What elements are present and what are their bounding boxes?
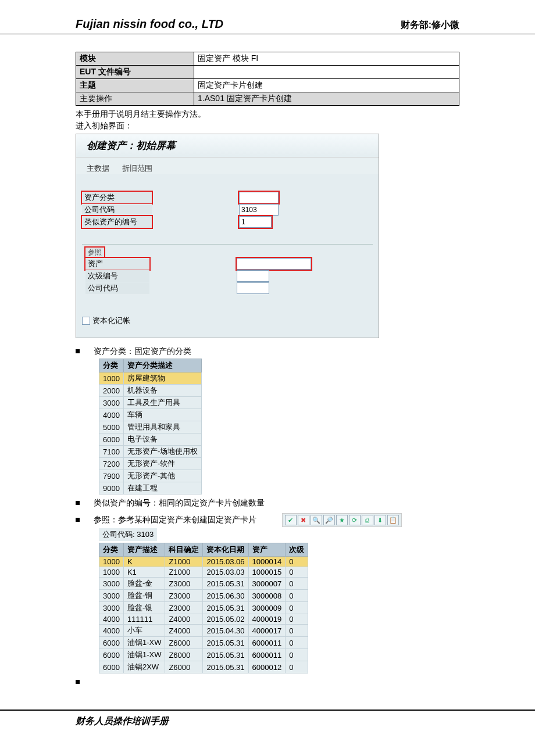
table-cell: 油锅1-XW bbox=[123, 649, 165, 661]
table-cell: 0 bbox=[286, 637, 308, 649]
ref-company-label: 公司代码 bbox=[85, 282, 149, 294]
table-cell: 7900 bbox=[99, 470, 124, 482]
table-cell: Z3000 bbox=[165, 602, 203, 614]
bullet-icon bbox=[76, 518, 80, 522]
print-icon[interactable]: ⎙ bbox=[362, 515, 373, 525]
subject-label: 主题 bbox=[76, 79, 194, 92]
table-cell: 3000 bbox=[99, 578, 124, 590]
table-cell: 车辆 bbox=[123, 409, 201, 421]
intro-line-1: 本手册用于说明月结主要操作方法。 bbox=[76, 109, 459, 120]
clipboard-icon[interactable]: 📋 bbox=[387, 515, 399, 525]
table-cell: 0 bbox=[286, 661, 308, 673]
check-icon[interactable]: ✔ bbox=[285, 515, 297, 525]
table-cell: 6000012 bbox=[248, 661, 286, 673]
asset-col-class: 分类 bbox=[99, 543, 124, 557]
table-cell: 1000 bbox=[99, 557, 124, 567]
eut-label: EUT 文件编号 bbox=[76, 66, 194, 79]
table-cell: 2015.04.30 bbox=[203, 625, 248, 637]
table-cell: 6000 bbox=[99, 661, 124, 673]
table-cell: 机器设备 bbox=[123, 385, 201, 397]
table-cell: 2015.05.31 bbox=[203, 578, 248, 590]
similar-asset-input[interactable] bbox=[239, 216, 272, 228]
table-cell: 房屋建筑物 bbox=[123, 372, 201, 385]
table-cell: 3000 bbox=[99, 602, 124, 614]
bullet-asset-class: 资产分类：固定资产的分类 bbox=[94, 346, 191, 356]
table-cell: 油锅1-XW bbox=[123, 637, 165, 649]
table-cell: 无形资产-其他 bbox=[123, 470, 201, 482]
table-cell: 2015.05.31 bbox=[203, 637, 248, 649]
asset-col-acct: 科目确定 bbox=[165, 543, 203, 557]
ref-subno-input[interactable] bbox=[237, 270, 269, 282]
table-cell: 0 bbox=[286, 649, 308, 661]
company-code-input[interactable] bbox=[239, 204, 279, 216]
asset-col-desc: 资产描述 bbox=[123, 543, 165, 557]
table-cell: 0 bbox=[286, 625, 308, 637]
asset-class-input[interactable] bbox=[239, 192, 279, 203]
search-plus-icon[interactable]: 🔎 bbox=[323, 515, 335, 525]
table-cell: 2015.05.02 bbox=[203, 614, 248, 625]
table-cell: 1000014 bbox=[248, 557, 286, 567]
capitalize-label: 资本化记帐 bbox=[92, 316, 130, 326]
table-cell: 4000 bbox=[99, 625, 124, 637]
module-label: 模块 bbox=[76, 52, 194, 66]
company-code-label: 公司代码 bbox=[82, 204, 152, 216]
table-cell: 6000011 bbox=[248, 649, 286, 661]
asset-col-asset: 资产 bbox=[248, 543, 286, 557]
asset-col-sub: 次级 bbox=[286, 543, 308, 557]
table-cell: 脸盆-铜 bbox=[123, 590, 165, 602]
table-cell: 2015.03.06 bbox=[203, 557, 248, 567]
table-cell: 2015.03.03 bbox=[203, 567, 248, 578]
tab-depreciation[interactable]: 折旧范围 bbox=[122, 164, 152, 173]
table-cell: 3000 bbox=[99, 590, 124, 602]
asset-col-date: 资本化日期 bbox=[203, 543, 248, 557]
main-op-value: 1.AS01 固定资产卡片创建 bbox=[194, 92, 459, 106]
table-cell: Z6000 bbox=[165, 661, 203, 673]
table-cell: 1000 bbox=[99, 372, 124, 385]
table-cell: 7200 bbox=[99, 458, 124, 470]
star-icon[interactable]: ★ bbox=[336, 515, 348, 525]
module-value: 固定资产 模块 FI bbox=[194, 52, 459, 66]
intro-line-2: 进入初始界面： bbox=[76, 121, 459, 131]
table-cell: 6000011 bbox=[248, 637, 286, 649]
sap-toolbar: ✔✖🔍🔎★⟳⎙⬇📋 bbox=[282, 513, 402, 527]
table-cell: 管理用具和家具 bbox=[123, 421, 201, 433]
tab-main-data[interactable]: 主数据 bbox=[87, 164, 109, 173]
bullet-icon bbox=[76, 349, 80, 353]
table-cell: 6000 bbox=[99, 433, 124, 446]
table-cell: Z3000 bbox=[165, 578, 203, 590]
company-code-line: 公司代码: 3103 bbox=[99, 528, 157, 541]
table-cell: Z6000 bbox=[165, 637, 203, 649]
table-cell: K bbox=[123, 557, 165, 567]
table-cell: 6000 bbox=[99, 637, 124, 649]
department-author: 财务部:修小微 bbox=[401, 19, 459, 31]
table-cell: Z4000 bbox=[165, 614, 203, 625]
table-cell: 0 bbox=[286, 614, 308, 625]
download-icon[interactable]: ⬇ bbox=[374, 515, 386, 525]
sap-screen-title: 创建资产：初始屏幕 bbox=[76, 134, 379, 157]
table-cell: Z1000 bbox=[165, 557, 203, 567]
ref-company-input[interactable] bbox=[237, 282, 269, 294]
table-cell: 3000008 bbox=[248, 590, 286, 602]
company-title: Fujian nissin food co., LTD bbox=[76, 17, 223, 31]
ref-asset-input[interactable] bbox=[237, 258, 311, 270]
footer-title: 财务人员操作培训手册 bbox=[0, 710, 535, 728]
table-cell: 脸盆-金 bbox=[123, 578, 165, 590]
main-op-label: 主要操作 bbox=[76, 92, 194, 106]
capitalize-checkbox[interactable] bbox=[82, 317, 90, 325]
search-icon[interactable]: 🔍 bbox=[311, 515, 322, 525]
table-cell: 工具及生产用具 bbox=[123, 397, 201, 409]
bullet-similar-asset: 类似资产的编号：相同的固定资产卡片创建数量 bbox=[94, 498, 265, 507]
close-icon[interactable]: ✖ bbox=[298, 515, 309, 525]
table-cell: 2015.05.31 bbox=[203, 602, 248, 614]
similar-asset-label: 类似资产的编号 bbox=[82, 216, 152, 228]
table-cell: Z6000 bbox=[165, 649, 203, 661]
table-cell: 0 bbox=[286, 602, 308, 614]
asset-class-table: 分类 资产分类描述 1000房屋建筑物2000机器设备3000工具及生产用具40… bbox=[99, 359, 202, 495]
table-cell: Z1000 bbox=[165, 567, 203, 578]
refresh-icon[interactable]: ⟳ bbox=[349, 515, 361, 525]
table-cell: 2015.05.31 bbox=[203, 649, 248, 661]
table-cell: 2015.05.31 bbox=[203, 661, 248, 673]
table-cell: 2015.06.30 bbox=[203, 590, 248, 602]
sap-initial-screen: 创建资产：初始屏幕 主数据 折旧范围 资产分类 公司代码 类似资产的编号 bbox=[76, 134, 379, 338]
meta-table: 模块 固定资产 模块 FI EUT 文件编号 主题 固定资产卡片创建 主要操作 … bbox=[76, 52, 459, 106]
